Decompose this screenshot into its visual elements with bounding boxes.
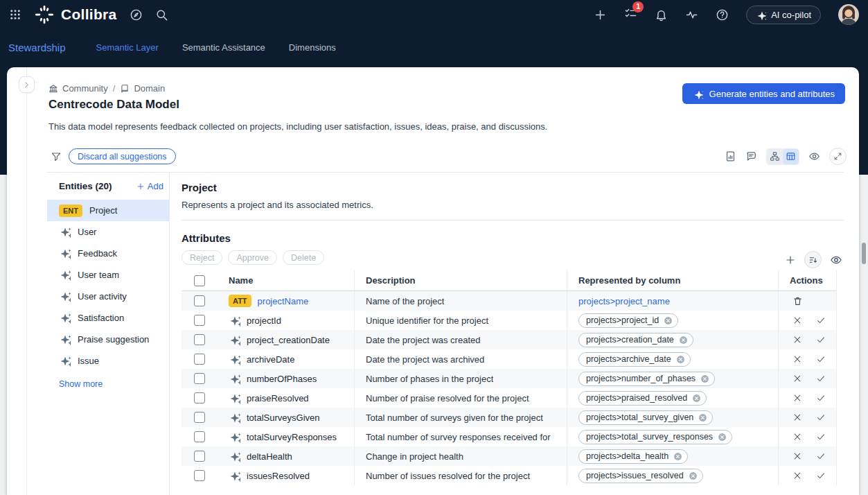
- select-all-checkbox[interactable]: [194, 275, 205, 286]
- search-icon[interactable]: [155, 8, 168, 21]
- represented-by-chip[interactable]: projects>delta_health: [578, 449, 688, 464]
- reject-icon[interactable]: [792, 354, 802, 364]
- entity-list-item[interactable]: User activity: [47, 286, 169, 307]
- approve-icon[interactable]: [816, 471, 826, 480]
- comments-icon[interactable]: [745, 150, 757, 162]
- show-more-button[interactable]: Show more: [59, 379, 103, 389]
- reject-icon[interactable]: [792, 451, 802, 461]
- chip-remove-icon[interactable]: [664, 316, 673, 325]
- ai-copilot-button[interactable]: AI co-pilot: [746, 6, 821, 24]
- approve-icon[interactable]: [816, 432, 826, 442]
- row-checkbox[interactable]: [194, 334, 205, 345]
- sort-button[interactable]: [804, 251, 822, 268]
- notifications-icon[interactable]: [655, 8, 668, 21]
- explore-icon[interactable]: [130, 8, 143, 21]
- diagram-view-toggle[interactable]: [767, 149, 783, 164]
- row-checkbox[interactable]: [194, 315, 205, 326]
- page-scrollbar[interactable]: [862, 243, 866, 264]
- attribute-name[interactable]: issuesResolved: [247, 471, 310, 481]
- help-icon[interactable]: [716, 8, 729, 21]
- row-checkbox[interactable]: [194, 392, 205, 403]
- represented-by-chip[interactable]: projects>total_survey_responses: [578, 430, 732, 444]
- entity-list-item[interactable]: Feedback: [47, 243, 169, 264]
- reject-button[interactable]: Reject: [181, 250, 222, 265]
- row-checkbox[interactable]: [194, 431, 205, 442]
- report-icon[interactable]: [725, 150, 736, 162]
- represented-by-chip[interactable]: projects>archive_date: [578, 352, 691, 367]
- represented-by-chip[interactable]: projects>issues_resolved: [578, 469, 703, 483]
- expand-panel-button[interactable]: [19, 76, 35, 93]
- create-icon[interactable]: [594, 8, 607, 21]
- represented-by-chip[interactable]: projects>creation_date: [578, 333, 693, 347]
- fullscreen-button[interactable]: [829, 148, 847, 165]
- filter-icon[interactable]: [51, 151, 62, 162]
- represented-by-chip[interactable]: projects>project_id: [578, 313, 678, 328]
- chip-remove-icon[interactable]: [689, 471, 698, 480]
- approve-icon[interactable]: [816, 412, 826, 422]
- entity-list-item[interactable]: Issue: [47, 350, 169, 372]
- attribute-name[interactable]: project_creationDate: [247, 335, 330, 345]
- row-checkbox[interactable]: [194, 451, 205, 462]
- row-checkbox[interactable]: [194, 354, 205, 365]
- entity-list-item[interactable]: User: [47, 221, 169, 243]
- preview-icon[interactable]: [808, 150, 820, 162]
- nav-tab[interactable]: Semantic Layer: [95, 40, 160, 55]
- attribute-name[interactable]: totalSurveysGiven: [247, 412, 320, 423]
- attribute-name[interactable]: totalSurveyResponses: [247, 432, 337, 442]
- nav-section-stewardship[interactable]: Stewardship: [8, 42, 66, 53]
- entity-list-item[interactable]: ENT Project: [47, 200, 169, 221]
- entity-list-item[interactable]: Satisfaction: [47, 307, 169, 329]
- add-attribute-icon[interactable]: [785, 254, 796, 266]
- breadcrumb-domain[interactable]: Domain: [120, 83, 165, 94]
- chip-remove-icon[interactable]: [700, 374, 709, 383]
- column-header-description[interactable]: Description: [354, 270, 567, 290]
- generate-entities-button[interactable]: Generate entities and attributes: [682, 83, 845, 104]
- delete-icon[interactable]: [792, 296, 803, 306]
- app-launcher-icon[interactable]: [9, 8, 21, 21]
- discard-suggestions-button[interactable]: Discard all suggestions: [69, 148, 176, 164]
- chip-remove-icon[interactable]: [673, 452, 682, 461]
- approve-icon[interactable]: [816, 451, 826, 461]
- column-header-represented[interactable]: Represented by column: [567, 270, 778, 290]
- approve-icon[interactable]: [816, 374, 826, 383]
- reject-icon[interactable]: [792, 412, 802, 422]
- reject-icon[interactable]: [792, 315, 802, 325]
- attribute-name[interactable]: projectName: [258, 296, 309, 306]
- chip-remove-icon[interactable]: [692, 394, 701, 403]
- row-checkbox[interactable]: [194, 470, 205, 481]
- reject-icon[interactable]: [792, 432, 802, 442]
- row-checkbox[interactable]: [194, 373, 205, 384]
- approve-icon[interactable]: [816, 335, 826, 345]
- delete-button[interactable]: Delete: [283, 250, 324, 265]
- add-entity-button[interactable]: Add: [136, 181, 163, 191]
- nav-tab[interactable]: Dimensions: [287, 40, 337, 55]
- reject-icon[interactable]: [792, 471, 802, 480]
- chip-remove-icon[interactable]: [698, 413, 707, 422]
- reject-icon[interactable]: [792, 393, 802, 403]
- represented-by-chip[interactable]: projects>total_survey_given: [578, 410, 713, 425]
- chip-remove-icon[interactable]: [718, 433, 727, 442]
- breadcrumb-community[interactable]: Community: [48, 83, 108, 94]
- user-avatar[interactable]: [838, 4, 859, 25]
- attribute-name[interactable]: archiveDate: [247, 354, 294, 365]
- approve-icon[interactable]: [816, 393, 826, 403]
- represented-by-chip[interactable]: projects>praised_resolved: [578, 391, 707, 406]
- collibra-logo[interactable]: Collibra: [34, 4, 117, 25]
- chip-remove-icon[interactable]: [679, 336, 688, 345]
- reject-icon[interactable]: [792, 335, 802, 345]
- entity-list-item[interactable]: Praise suggestion: [47, 329, 169, 350]
- reject-icon[interactable]: [792, 374, 802, 383]
- row-checkbox[interactable]: [194, 295, 205, 306]
- represented-by-link[interactable]: projects>project_name: [578, 296, 670, 306]
- attribute-name[interactable]: deltaHealth: [247, 451, 292, 462]
- visibility-icon[interactable]: [830, 254, 842, 266]
- table-view-toggle[interactable]: [783, 149, 799, 164]
- approve-icon[interactable]: [816, 354, 826, 364]
- attribute-name[interactable]: projectId: [247, 315, 281, 326]
- nav-tab[interactable]: Semantic Assistance: [181, 40, 267, 55]
- entity-list-item[interactable]: User team: [47, 264, 169, 286]
- approve-icon[interactable]: [816, 315, 826, 325]
- column-header-name[interactable]: Name: [215, 270, 354, 290]
- attribute-name[interactable]: numberOfPhases: [247, 374, 317, 384]
- activity-icon[interactable]: [685, 8, 698, 21]
